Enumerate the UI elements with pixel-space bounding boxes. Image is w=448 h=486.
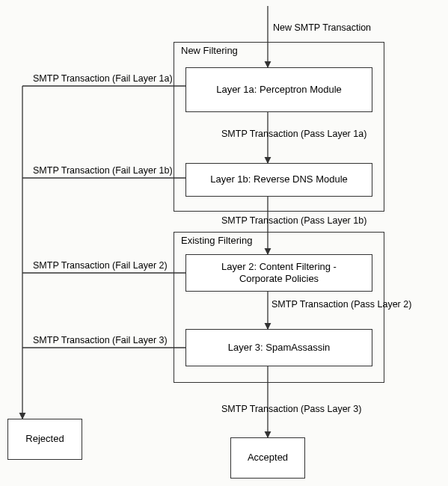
edge-label-fail2: SMTP Transaction (Fail Layer 2) bbox=[33, 260, 168, 271]
edge-label-fail3: SMTP Transaction (Fail Layer 3) bbox=[33, 335, 168, 345]
flowchart: New Filtering Existing Filtering Layer 1… bbox=[0, 0, 448, 486]
node-accepted: Accepted bbox=[230, 437, 305, 479]
edge-label-pass2: SMTP Transaction (Pass Layer 2) bbox=[271, 299, 411, 310]
node-layer2-line1: Layer 2: Content Filtering - bbox=[221, 261, 337, 272]
node-layer2-line2: Corporate Policies bbox=[239, 273, 319, 284]
edge-label-input: New SMTP Transaction bbox=[273, 22, 371, 33]
node-layer1a: Layer 1a: Perceptron Module bbox=[185, 67, 372, 112]
edge-label-fail1a: SMTP Transaction (Fail Layer 1a) bbox=[33, 73, 173, 84]
node-layer2: Layer 2: Content Filtering - Corporate P… bbox=[185, 254, 372, 292]
node-layer3: Layer 3: SpamAssassin bbox=[185, 329, 372, 366]
edge-label-pass1a: SMTP Transaction (Pass Layer 1a) bbox=[221, 129, 366, 139]
edge-label-pass1b: SMTP Transaction (Pass Layer 1b) bbox=[221, 215, 366, 226]
node-rejected: Rejected bbox=[7, 419, 82, 460]
edge-label-fail1b: SMTP Transaction (Fail Layer 1b) bbox=[33, 165, 173, 176]
group-label-new-filtering: New Filtering bbox=[179, 45, 239, 56]
node-layer1b: Layer 1b: Reverse DNS Module bbox=[185, 163, 372, 197]
group-label-existing-filtering: Existing Filtering bbox=[179, 235, 254, 246]
edge-label-pass3: SMTP Transaction (Pass Layer 3) bbox=[221, 404, 361, 414]
